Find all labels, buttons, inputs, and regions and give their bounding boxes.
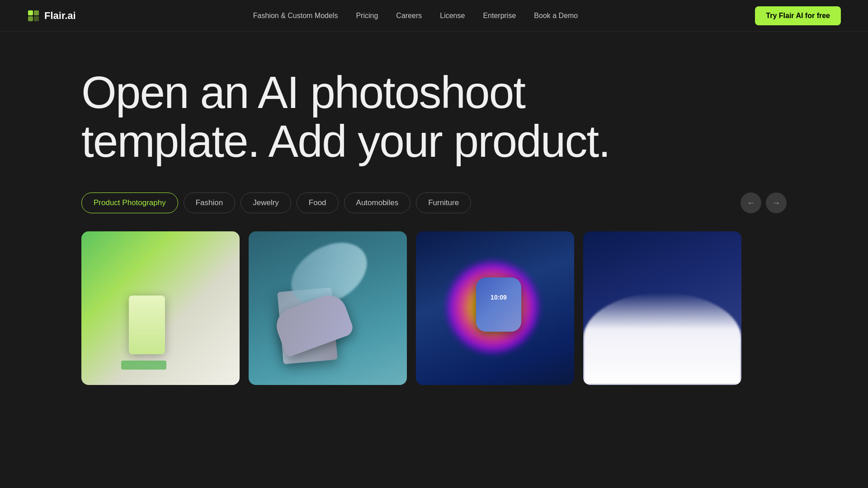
- gallery-next-button[interactable]: →: [766, 192, 787, 213]
- gallery: [0, 231, 868, 385]
- filter-section: Product Photography Fashion Jewelry Food…: [0, 192, 868, 213]
- hero-section: Open an AI photoshoot template. Add your…: [0, 32, 868, 192]
- filter-tab-automobiles[interactable]: Automobiles: [344, 192, 411, 213]
- gallery-prev-button[interactable]: ←: [741, 192, 761, 213]
- logo-link[interactable]: Flair.ai: [27, 9, 76, 22]
- gallery-image-4: [583, 231, 741, 385]
- filter-tab-fashion[interactable]: Fashion: [184, 192, 235, 213]
- gallery-item-1[interactable]: [81, 231, 240, 385]
- filter-tab-food[interactable]: Food: [297, 192, 339, 213]
- navbar: Flair.ai Fashion & Custom Models Pricing…: [0, 0, 868, 32]
- gallery-item-3[interactable]: [416, 231, 574, 385]
- nav-item-demo[interactable]: Book a Demo: [534, 12, 578, 19]
- nav-item-careers[interactable]: Careers: [396, 12, 422, 19]
- nav-item-pricing[interactable]: Pricing: [356, 12, 378, 19]
- gallery-item-4[interactable]: [583, 231, 741, 385]
- watch-product: [476, 277, 521, 332]
- nav-item-enterprise[interactable]: Enterprise: [483, 12, 516, 19]
- flair-logo-icon: [27, 9, 40, 22]
- svg-rect-2: [28, 16, 33, 21]
- try-free-button[interactable]: Try Flair AI for free: [755, 6, 841, 25]
- filter-tabs: Product Photography Fashion Jewelry Food…: [81, 192, 735, 213]
- hero-headline: Open an AI photoshoot template. Add your…: [81, 68, 624, 165]
- hero-headline-line1: Open an AI photoshoot: [81, 67, 525, 117]
- hero-headline-line2: template. Add your product.: [81, 116, 610, 166]
- filter-tab-jewelry[interactable]: Jewelry: [241, 192, 291, 213]
- nav-item-license[interactable]: License: [440, 12, 465, 19]
- shoe-product: [272, 291, 355, 358]
- filter-tab-furniture[interactable]: Furniture: [416, 192, 471, 213]
- logo-text: Flair.ai: [44, 10, 76, 22]
- svg-rect-0: [28, 10, 33, 15]
- svg-rect-3: [34, 16, 39, 21]
- nav-links: Fashion & Custom Models Pricing Careers …: [253, 12, 578, 20]
- gallery-image-3: [416, 231, 574, 385]
- gallery-image-2: [249, 231, 407, 385]
- nav-item-fashion[interactable]: Fashion & Custom Models: [253, 12, 338, 19]
- svg-rect-1: [34, 10, 39, 15]
- gallery-nav-arrows: ← →: [741, 192, 787, 213]
- gallery-item-2[interactable]: [249, 231, 407, 385]
- gallery-image-1: [81, 231, 240, 385]
- filter-tab-product-photography[interactable]: Product Photography: [81, 192, 178, 213]
